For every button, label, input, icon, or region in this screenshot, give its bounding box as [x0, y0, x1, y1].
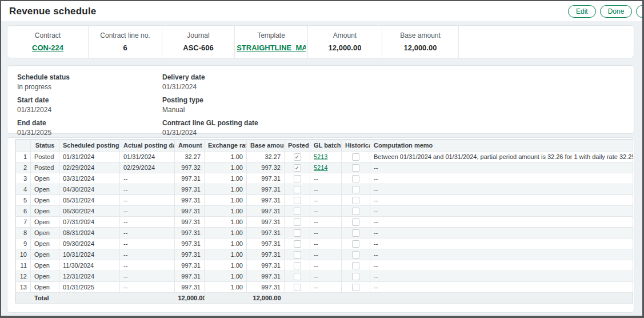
end-date-field: End date 01/31/2025 — [17, 119, 162, 137]
base-amount-cell: 997.31 — [247, 282, 285, 293]
actual-posting-date-cell: -- — [120, 184, 175, 195]
historical-cell — [342, 282, 370, 293]
template-link[interactable]: STRAIGHTLINE_MANUA — [237, 43, 306, 52]
amount-cell: 997.31 — [175, 217, 205, 228]
journal-label: Journal — [187, 31, 209, 39]
posted-checkbox[interactable] — [294, 197, 301, 204]
posted-cell — [285, 238, 310, 249]
row-number-cell: 10 — [16, 249, 31, 260]
status-cell: Posted — [31, 162, 59, 173]
status-cell: Open — [31, 271, 59, 282]
row-number-cell: 1 — [16, 152, 31, 162]
posted-checkbox[interactable] — [294, 273, 301, 280]
posted-checkbox[interactable]: ✓ — [294, 153, 301, 161]
computation-memo-cell: -- — [370, 238, 633, 249]
scheduled-posting-date-cell: 07/31/2024 — [59, 217, 120, 228]
exchange-rate-cell: 1.00 — [205, 238, 247, 249]
historical-checkbox[interactable] — [352, 240, 359, 248]
historical-checkbox[interactable] — [352, 208, 359, 215]
base-amount-cell: 997.31 — [247, 228, 285, 238]
gl-batch-cell: -- — [310, 249, 342, 260]
posted-checkbox[interactable] — [294, 284, 301, 291]
posted-checkbox[interactable] — [294, 251, 301, 259]
edit-button[interactable]: Edit — [568, 5, 596, 18]
done-button[interactable]: Done — [600, 5, 633, 18]
posted-cell — [285, 228, 310, 238]
column-header-exchange-rate: Exchange rate — [205, 140, 247, 152]
historical-checkbox[interactable] — [352, 186, 359, 193]
journal-value: ASC-606 — [183, 43, 213, 52]
gl-batch-cell: -- — [310, 282, 342, 293]
end-date-label: End date — [17, 119, 162, 127]
historical-checkbox[interactable] — [352, 164, 359, 172]
historical-checkbox[interactable] — [352, 229, 359, 237]
historical-checkbox[interactable] — [352, 273, 359, 280]
amount-cell: 997.31 — [175, 260, 205, 271]
historical-checkbox[interactable] — [352, 153, 359, 161]
amount-value: 12,000.00 — [329, 43, 362, 52]
scheduled-posting-date-cell: 01/31/2025 — [59, 282, 120, 293]
amount-cell: 997.31 — [175, 228, 205, 238]
gl-batch-link[interactable]: 5214 — [314, 164, 327, 171]
posted-cell — [285, 206, 310, 217]
posted-cell — [285, 260, 310, 271]
posting-type-field: Posting type Manual — [162, 96, 258, 114]
row-number-cell: 12 — [16, 271, 31, 282]
amount-cell: 997.31 — [175, 238, 205, 249]
amount-cell: 997.31 — [175, 249, 205, 260]
scheduled-posting-date-cell: 11/30/2024 — [59, 260, 120, 271]
contract-link[interactable]: CON-224 — [32, 43, 63, 52]
column-header-status: Status — [31, 140, 59, 152]
schedule-status-value: In progress — [17, 83, 162, 91]
posted-checkbox[interactable] — [294, 218, 301, 226]
row-number-cell: 6 — [16, 206, 31, 217]
table-row: 13Open01/31/2025--997.311.00997.31---- — [16, 282, 633, 293]
summary-field-amount: Amount 12,000.00 — [308, 26, 382, 58]
historical-checkbox[interactable] — [352, 175, 359, 182]
posted-checkbox[interactable] — [294, 175, 301, 182]
end-date-value: 01/31/2025 — [17, 129, 162, 137]
computation-memo-cell: -- — [370, 249, 633, 260]
posted-checkbox[interactable] — [294, 208, 301, 215]
historical-cell — [342, 249, 370, 260]
computation-memo-cell: -- — [370, 228, 633, 238]
actual-posting-date-cell: -- — [120, 282, 175, 293]
contract-line-gl-posting-date-field: Contract line GL posting date 01/31/2024 — [162, 119, 258, 137]
posted-checkbox[interactable]: ✓ — [294, 164, 301, 172]
historical-checkbox[interactable] — [352, 251, 359, 259]
posted-checkbox[interactable] — [294, 240, 301, 248]
actual-posting-date-cell: -- — [120, 260, 175, 271]
schedule-table-header: Status Scheduled posting date Actual pos… — [16, 140, 633, 152]
posted-checkbox[interactable] — [294, 186, 301, 193]
posted-cell — [285, 271, 310, 282]
historical-checkbox[interactable] — [352, 284, 359, 291]
total-label: Total — [16, 293, 175, 304]
delivery-date-field: Delivery date 01/31/2024 — [162, 73, 258, 91]
schedule-table: Status Scheduled posting date Actual pos… — [15, 139, 633, 304]
computation-memo-cell: -- — [370, 282, 633, 293]
gl-batch-cell: -- — [310, 228, 342, 238]
summary-field-contract-line-no: Contract line no. 6 — [89, 26, 162, 58]
base-amount-cell: 997.31 — [247, 217, 285, 228]
status-cell: Open — [31, 206, 59, 217]
historical-checkbox[interactable] — [352, 218, 359, 226]
exchange-rate-cell: 1.00 — [205, 260, 247, 271]
toolbar: Edit Done H — [568, 5, 644, 18]
posted-checkbox[interactable] — [294, 229, 301, 237]
exchange-rate-cell: 1.00 — [205, 282, 247, 293]
posted-checkbox[interactable] — [294, 262, 301, 269]
row-number-cell: 9 — [16, 238, 31, 249]
exchange-rate-cell: 1.00 — [205, 162, 247, 173]
clipped-button[interactable]: H — [636, 5, 644, 18]
historical-cell — [342, 228, 370, 238]
table-row: 12Open12/31/2024--997.311.00997.31---- — [16, 271, 633, 282]
historical-checkbox[interactable] — [352, 262, 359, 269]
base-amount-cell: 32.27 — [247, 152, 285, 162]
table-row: 6Open06/30/2024--997.311.00997.31---- — [16, 206, 633, 217]
historical-checkbox[interactable] — [352, 197, 359, 204]
table-row: 4Open04/30/2024--997.311.00997.31---- — [16, 184, 633, 195]
total-base-amount: 12,000.00 — [247, 293, 285, 304]
historical-cell — [342, 238, 370, 249]
amount-cell: 997.31 — [175, 271, 205, 282]
gl-batch-link[interactable]: 5213 — [314, 153, 327, 160]
